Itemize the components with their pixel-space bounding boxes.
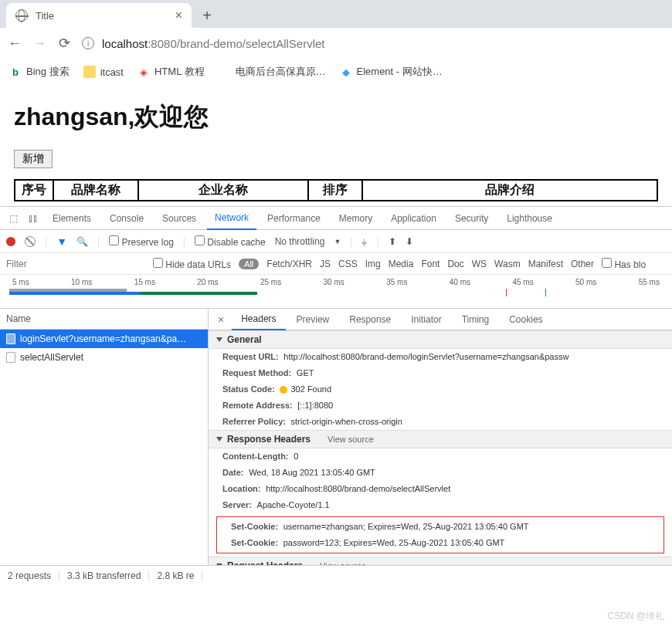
request-list: Name loginServlet?username=zhangsan&pa… … <box>0 309 209 565</box>
tab-security[interactable]: Security <box>447 207 496 230</box>
date-header: Date: Wed, 18 Aug 2021 13:05:40 GMT <box>209 465 672 481</box>
hide-data-urls-checkbox[interactable]: Hide data URLs <box>153 258 231 270</box>
col-company: 企业名称 <box>138 180 308 201</box>
disable-cache-checkbox[interactable]: Disable cache <box>195 235 266 248</box>
tab-initiator[interactable]: Initiator <box>402 309 450 330</box>
throttling-select[interactable]: No throttling <box>275 236 325 247</box>
tab-application[interactable]: Application <box>383 207 444 230</box>
section-general[interactable]: General <box>209 330 672 349</box>
content-length: Content-Length: 0 <box>209 448 672 465</box>
col-desc: 品牌介绍 <box>362 180 657 201</box>
add-button[interactable]: 新增 <box>14 150 53 168</box>
request-count: 2 requests <box>0 570 59 581</box>
filter-input[interactable] <box>6 257 145 271</box>
filter-media[interactable]: Media <box>389 259 414 269</box>
tab-elements[interactable]: Elements <box>45 207 99 230</box>
close-detail-icon[interactable]: × <box>212 313 230 326</box>
filter-ws[interactable]: WS <box>472 259 487 269</box>
filter-img[interactable]: Img <box>365 259 381 269</box>
search-icon[interactable]: 🔍 <box>76 236 88 247</box>
browser-tab-bar: Title × + <box>0 0 672 28</box>
element-icon: ◆ <box>340 66 352 78</box>
download-icon[interactable]: ⬇ <box>406 236 413 247</box>
tab-memory[interactable]: Memory <box>331 207 380 230</box>
set-cookie-highlight: Set-Cookie: username=zhangsan; Expires=W… <box>216 516 664 553</box>
view-source-link[interactable]: View source <box>328 435 374 444</box>
tab-cookies[interactable]: Cookies <box>500 309 552 330</box>
inspect-icon[interactable]: ⬚ <box>5 213 22 224</box>
back-icon[interactable]: ← <box>8 36 22 52</box>
globe-icon <box>219 66 231 78</box>
tab-performance[interactable]: Performance <box>260 207 328 230</box>
watermark: CSDN @埼礼 <box>607 610 664 623</box>
tab-timing[interactable]: Timing <box>453 309 499 330</box>
wifi-icon[interactable]: ⏚ <box>361 236 367 247</box>
triangle-icon <box>216 437 222 442</box>
col-seq: 序号 <box>15 180 53 201</box>
detail-tabs: × Headers Preview Response Initiator Tim… <box>209 309 672 330</box>
tab-network[interactable]: Network <box>207 207 256 230</box>
filter-manifest[interactable]: Manifest <box>528 259 563 269</box>
info-icon[interactable]: i <box>82 37 94 49</box>
chevron-down-icon[interactable]: ▼ <box>334 238 341 245</box>
record-icon[interactable] <box>6 237 15 246</box>
new-tab-button[interactable]: + <box>196 5 218 26</box>
address-bar: ← → ⟳ i localhost:8080/brand-demo/select… <box>0 28 672 59</box>
col-order: 排序 <box>308 180 362 201</box>
document-icon <box>6 352 15 363</box>
globe-icon <box>15 9 28 22</box>
request-method: Request Method: GET <box>209 365 672 381</box>
filter-icon[interactable]: ▼ <box>56 235 67 248</box>
filter-doc[interactable]: Doc <box>447 259 463 269</box>
device-icon[interactable]: ⫿⫿ <box>25 213 42 224</box>
document-icon <box>6 333 15 344</box>
section-response-headers[interactable]: Response HeadersView source <box>209 430 672 448</box>
filter-wasm[interactable]: Wasm <box>494 259 521 269</box>
triangle-icon <box>216 337 222 342</box>
request-url: Request URL: http://localhost:8080/brand… <box>209 349 672 365</box>
forward-icon[interactable]: → <box>32 36 46 52</box>
filter-other[interactable]: Other <box>571 259 594 269</box>
preserve-log-checkbox[interactable]: Preserve log <box>109 235 174 248</box>
clear-icon[interactable] <box>25 236 36 247</box>
filter-fetch[interactable]: Fetch/XHR <box>266 259 312 269</box>
filter-all[interactable]: All <box>239 259 259 269</box>
tab-headers[interactable]: Headers <box>232 309 285 330</box>
status-code: Status Code: 302 Found <box>209 381 672 398</box>
request-detail: × Headers Preview Response Initiator Tim… <box>209 309 672 565</box>
filter-css[interactable]: CSS <box>338 259 358 269</box>
request-item-selectall[interactable]: selectAllServlet <box>0 348 208 367</box>
set-cookie-1: Set-Cookie: username=zhangsan; Expires=W… <box>217 519 664 535</box>
filter-font[interactable]: Font <box>421 259 440 269</box>
tab-response[interactable]: Response <box>340 309 400 330</box>
devtools-panel: ⬚ ⫿⫿ Elements Console Sources Network Pe… <box>0 206 672 585</box>
bookmark-ecommerce[interactable]: 电商后台高保真原… <box>219 65 326 79</box>
tab-preview[interactable]: Preview <box>287 309 339 330</box>
request-list-header: Name <box>0 309 208 330</box>
page-content: zhangsan,欢迎您 新增 序号 品牌名称 企业名称 排序 品牌介绍 <box>0 85 672 206</box>
upload-icon[interactable]: ⬆ <box>389 236 396 247</box>
url-input[interactable]: i localhost:8080/brand-demo/selectAllSer… <box>82 37 664 50</box>
browser-tab[interactable]: Title × <box>6 3 192 28</box>
close-icon[interactable]: × <box>175 8 182 22</box>
triangle-icon <box>216 563 222 565</box>
bookmark-bing[interactable]: bBing 搜索 <box>9 65 70 79</box>
has-blocked-checkbox[interactable]: Has blo <box>602 258 646 270</box>
bookmark-element[interactable]: ◆Element - 网站快… <box>340 65 443 79</box>
status-dot-icon <box>280 386 287 394</box>
bookmark-html[interactable]: ◈HTML 教程 <box>137 65 205 79</box>
filter-js[interactable]: JS <box>320 259 331 269</box>
tab-lighthouse[interactable]: Lighthouse <box>499 207 560 230</box>
tab-sources[interactable]: Sources <box>154 207 204 230</box>
request-item-login[interactable]: loginServlet?username=zhangsan&pa… <box>0 330 208 348</box>
server-header: Server: Apache-Coyote/1.1 <box>209 497 672 513</box>
tab-console[interactable]: Console <box>102 207 151 230</box>
set-cookie-2: Set-Cookie: password=123; Expires=Wed, 2… <box>217 535 664 551</box>
view-source-link[interactable]: View source <box>320 561 366 565</box>
network-timeline[interactable]: 5 ms 10 ms 15 ms 20 ms 25 ms 30 ms 35 ms… <box>0 275 672 309</box>
reload-icon[interactable]: ⟳ <box>57 35 71 52</box>
location-header: Location: http://localhost:8080/brand-de… <box>209 481 672 497</box>
bing-icon: b <box>9 66 22 78</box>
bookmark-itcast[interactable]: itcast <box>83 66 124 78</box>
section-request-headers[interactable]: Request HeadersView source <box>209 557 672 565</box>
